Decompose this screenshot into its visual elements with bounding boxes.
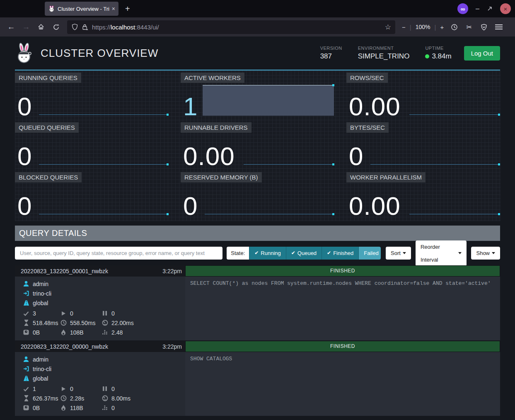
zoom-out-button[interactable]: − (402, 24, 406, 31)
tile-label: BLOCKED QUERIES (15, 172, 82, 182)
state-failed-dropdown[interactable]: Failed (358, 247, 381, 260)
separator: | (410, 24, 411, 31)
chevron-down-icon (492, 252, 495, 254)
tile-running-queries: RUNNING QUERIES 0 (15, 73, 169, 117)
logout-button[interactable]: Log Out (464, 46, 500, 61)
cpu-time-gauge-icon (102, 320, 108, 326)
window-maximize-button[interactable] (487, 6, 493, 12)
check-icon: ✔ (291, 247, 295, 260)
back-button[interactable]: ← (5, 21, 17, 33)
query-sql-text: SELECT COUNT(*) as nodes FROM system.run… (185, 277, 500, 340)
query-info-panel: admin trino-cli global 1 0 0 626.37ms 2.… (15, 352, 185, 416)
running-splits-play-icon (60, 386, 67, 392)
cumulative-memory-eq-icon (102, 329, 108, 336)
queued-splits: 0 (111, 386, 115, 392)
tile-value: 0 (17, 143, 32, 169)
state-queued-button[interactable]: ✔Queued (286, 247, 322, 260)
cluster-stats-grid: RUNNING QUERIES 0 ACTIVE WORKERS 1 ROWS/… (15, 70, 500, 221)
forward-button[interactable]: → (20, 21, 32, 33)
trino-bunny-logo (15, 42, 34, 64)
lock-warning-icon[interactable] (82, 24, 88, 30)
current-memory: 0B (33, 405, 40, 411)
query-user: admin (33, 281, 48, 287)
sparkline (39, 214, 168, 214)
sparkline (370, 164, 500, 165)
user-icon (23, 356, 29, 363)
completed-splits-check-icon (23, 310, 29, 317)
query-info-panel: admin trino-cli global 3 0 0 518.48ms 55… (15, 277, 185, 340)
running-splits-play-icon (60, 310, 67, 317)
tile-label: RESERVED MEMORY (B) (181, 172, 262, 182)
sparkline (205, 214, 334, 214)
queued-splits: 0 (111, 310, 115, 317)
sparkline (244, 164, 334, 165)
tile-rows-sec: ROWS/SEC 0.00 (346, 73, 500, 117)
history-clock-icon[interactable] (448, 21, 460, 33)
wall-time-hourglass-icon (23, 320, 29, 326)
query-sql-text: SHOW CATALOGS (185, 352, 500, 416)
elapsed-time-clock-icon (60, 320, 67, 326)
tile-label: QUEUED QUERIES (15, 122, 79, 133)
cpu-time: 22.00ms (111, 320, 134, 326)
query-resource-group: global (33, 375, 48, 382)
cpu-time-gauge-icon (102, 395, 108, 402)
query-filter-input[interactable] (15, 247, 222, 260)
query-status-bar: FINISHED (186, 266, 500, 276)
reorder-interval-dropdown[interactable]: Reorder Interval (416, 240, 467, 266)
uptime-label: UPTIME (425, 46, 451, 51)
query-id-link[interactable]: 20220823_132202_00000_nwbzk (21, 343, 108, 350)
query-source: trino-cli (33, 366, 51, 372)
screenshot-scissors-icon[interactable]: ✂ (463, 21, 475, 33)
zoom-in-button[interactable]: + (440, 24, 444, 31)
cumulative-memory: 2.48 (111, 329, 123, 336)
page-title: CLUSTER OVERVIEW (41, 47, 158, 60)
state-running-button[interactable]: ✔Running (249, 247, 286, 260)
window-close-button[interactable]: × (500, 3, 511, 14)
current-memory: 0B (33, 329, 40, 336)
sparkline (409, 214, 500, 214)
url-bar[interactable]: https://localhost:8443/ui/ ☆ (67, 20, 395, 34)
tab-close-icon[interactable]: × (112, 5, 115, 12)
current-memory-scale-icon (23, 329, 29, 336)
running-splits: 0 (70, 386, 73, 392)
browser-tab[interactable]: Cluster Overview - Trino × (45, 2, 118, 16)
chevron-down-icon (403, 252, 406, 254)
peak-memory-fire-icon (60, 405, 67, 411)
tile-label: BYTES/SEC (346, 122, 389, 133)
tile-active-workers: ACTIVE WORKERS 1 (181, 73, 335, 117)
reload-icon[interactable] (50, 21, 62, 33)
query-details-header: QUERY DETAILS (15, 226, 500, 241)
zoom-level[interactable]: 100% (416, 24, 430, 30)
show-dropdown[interactable]: Show (471, 247, 500, 260)
new-tab-button[interactable]: + (125, 4, 130, 14)
source-signin-icon (23, 290, 29, 297)
window-minimize-button[interactable]: – (476, 5, 479, 12)
wall-time-hourglass-icon (23, 395, 29, 402)
completed-splits: 1 (33, 386, 36, 392)
query-time: 3:22pm (162, 268, 182, 274)
queued-splits-pause-icon (102, 386, 108, 392)
private-browsing-icon: ∞ (457, 3, 468, 14)
protection-shield-icon[interactable] (478, 21, 490, 33)
query-user: admin (33, 356, 48, 363)
current-memory-scale-icon (23, 405, 29, 411)
tile-value: 0.00 (349, 94, 401, 119)
url-text[interactable]: https://localhost:8443/ui/ (92, 24, 381, 31)
query-status-bar: FINISHED (186, 341, 500, 352)
user-icon (23, 281, 29, 287)
home-icon[interactable] (35, 21, 47, 33)
tile-runnable-drivers: RUNNABLE DRIVERS 0.00 (181, 122, 335, 167)
tile-value: 1 (183, 94, 198, 119)
menu-hamburger-icon[interactable] (493, 21, 505, 33)
app-header: CLUSTER OVERVIEW VERSION 387 ENVIRONMENT… (15, 36, 500, 70)
sort-dropdown[interactable]: Sort (386, 247, 411, 260)
tile-value: 0 (17, 94, 32, 119)
query-row: 20220823_132205_00001_nwbzk 3:22pm FINIS… (15, 265, 500, 340)
tile-value: 0 (349, 143, 363, 169)
query-id-link[interactable]: 20220823_132205_00001_nwbzk (21, 268, 108, 274)
query-filter-row: State: ✔Running ✔Queued ✔Finished Failed… (15, 247, 500, 260)
state-finished-button[interactable]: ✔Finished (322, 247, 358, 260)
completed-splits-check-icon (23, 386, 29, 392)
shield-icon[interactable] (71, 24, 78, 30)
bookmark-star-icon[interactable]: ☆ (385, 23, 391, 32)
